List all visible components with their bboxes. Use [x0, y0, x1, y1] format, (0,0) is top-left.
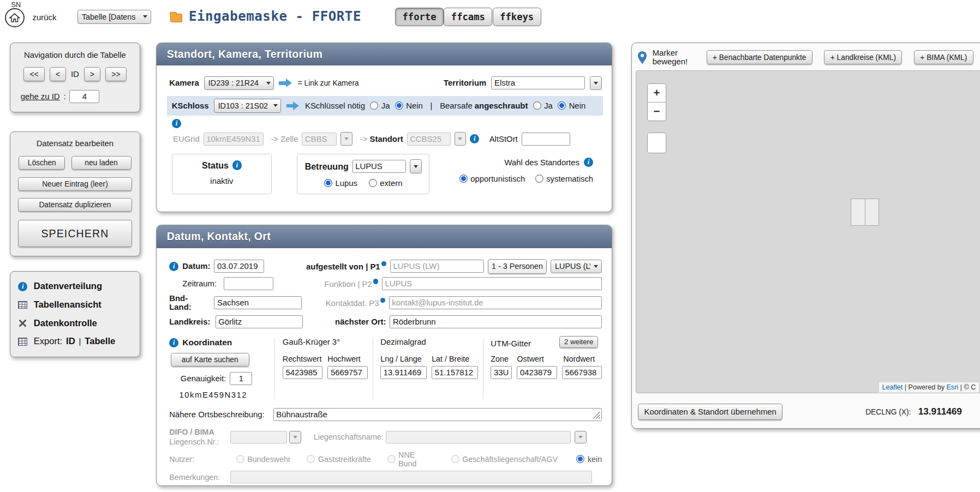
esri-link[interactable]: Esri [946, 383, 958, 391]
kschloss-select[interactable]: ID103 : 21S02 [214, 99, 282, 112]
zeitraum-input[interactable] [224, 277, 274, 290]
home-button[interactable] [5, 8, 25, 28]
weitere-button[interactable]: 2 weitere [559, 336, 598, 348]
nutzer-kein-radio[interactable]: kein [576, 455, 602, 464]
datenverteilung-link[interactable]: i Datenverteilung [18, 281, 132, 292]
territorium-dropdown-button[interactable] [590, 76, 602, 90]
benachbarte-datenpunkte-button[interactable]: + Benachbarte Datenpunkte [707, 50, 812, 64]
ort-input[interactable] [390, 315, 602, 328]
zone-input[interactable] [491, 366, 512, 379]
nav-next-button[interactable]: > [84, 67, 100, 81]
kschluessel-ja-radio[interactable]: Ja [370, 101, 390, 110]
info-icon[interactable]: i [169, 338, 178, 347]
betreuung-input[interactable] [352, 160, 407, 173]
goto-id-link[interactable]: gehe zu ID [21, 92, 60, 101]
zoom-out-button[interactable]: − [647, 103, 666, 121]
lat-input[interactable] [432, 366, 478, 379]
map-attribution: Leaflet | Powered by Esri | © C [879, 382, 979, 393]
info-dot-icon[interactable] [373, 279, 378, 284]
eingabemaske-page: SN zurück Tabelle [Datens Eingabemaske -… [0, 0, 980, 492]
kontakt-label: Kontaktdat. P3 [306, 298, 385, 308]
bearsafe-ja-radio[interactable]: Ja [533, 101, 553, 110]
separator-pipe: | [431, 101, 433, 110]
ffkeys-button[interactable]: ffkeys [493, 8, 541, 26]
territorium-input[interactable] [491, 76, 585, 89]
betreuung-lupus-radio[interactable]: Lupus [324, 179, 357, 188]
ffcams-button[interactable]: ffcams [444, 8, 492, 26]
bndland-label: Bnd-Land: [169, 294, 208, 311]
info-icon[interactable]: i [169, 262, 178, 271]
new-entry-button[interactable]: Neuer Eintrag (leer) [18, 177, 132, 191]
kamera-select[interactable]: ID239 : 21R24 [204, 76, 274, 90]
nav-box: Navigation durch die Tabelle << < ID > >… [10, 43, 140, 112]
landkreis-input[interactable] [216, 315, 303, 328]
hochwert-input[interactable] [327, 366, 367, 379]
goto-id-input[interactable] [69, 90, 99, 103]
genauigkeit-input[interactable] [230, 372, 252, 385]
koordinaten-uebernehmen-button[interactable]: Koordinaten & Standort übernehmen [638, 404, 782, 420]
info-icon[interactable]: i [584, 158, 593, 167]
kschloss-select-value: ID103 : 21S02 [218, 101, 268, 110]
resize-grip-icon[interactable] [593, 412, 600, 419]
ortsbeschreibung-input[interactable] [273, 408, 602, 421]
betreuung-box: Betreuung Lupus extern [297, 154, 430, 194]
info-dot-icon[interactable] [381, 261, 386, 266]
link-arrow-icon[interactable] [286, 101, 300, 110]
personen-button[interactable]: 1 - 3 Personen [488, 259, 547, 273]
info-icon[interactable]: i [172, 119, 181, 128]
nav-prev-button[interactable]: < [50, 67, 66, 81]
save-button[interactable]: SPEICHERN [18, 220, 132, 247]
duplicate-button[interactable]: Datensatz duplizieren [18, 198, 132, 212]
zeitraum-label: Zeitraum: [182, 279, 217, 288]
personen-select[interactable]: LUPUS (LW [551, 260, 602, 273]
betreuung-extern-radio[interactable]: extern [369, 179, 403, 188]
tabellenansicht-link[interactable]: Tabellenansicht [18, 299, 132, 310]
karte-suchen-button[interactable]: auf Karte suchen [171, 353, 249, 367]
chevron-down-icon [414, 165, 418, 168]
nav-first-button[interactable]: << [23, 67, 45, 81]
bearsafe-nein-radio[interactable]: Nein [558, 101, 585, 110]
export-id-link[interactable]: ID [66, 336, 75, 347]
wahl-systematisch-radio[interactable]: systematisch [535, 175, 594, 183]
nutzer-geschaeftsliegenschaft-label: Geschäftsliegenschaft/AGV [462, 455, 558, 464]
bemerkungen-input [230, 471, 591, 483]
wahl-opportunistisch-label: opportunistisch [470, 175, 525, 183]
altstort-input[interactable] [522, 133, 570, 146]
betreuung-dropdown-button[interactable] [410, 159, 422, 173]
funktion-input[interactable] [382, 277, 602, 290]
wahl-opportunistisch-radio[interactable]: opportunistisch [459, 175, 525, 183]
export-tabelle-link[interactable]: Tabelle [85, 336, 115, 347]
delete-button[interactable]: Löschen [19, 156, 65, 170]
koordinaten-section: i Koordinaten auf Karte suchen Genauigke… [169, 338, 602, 399]
datum-input[interactable] [214, 260, 264, 273]
leaflet-link[interactable]: Leaflet [882, 383, 903, 391]
bima-kml-button[interactable]: + BIMA (KML) [914, 50, 973, 64]
table-select[interactable]: Tabelle [Datens [77, 10, 151, 23]
datenkontrolle-link[interactable]: Datenkontrolle [18, 318, 132, 329]
info-icon[interactable]: i [232, 160, 242, 170]
back-link[interactable]: zurück [33, 13, 57, 22]
nutzer-gaststreitkraefte-radio: Gaststreitkräfte [307, 455, 371, 464]
aufgestellt-input[interactable] [390, 260, 484, 273]
bndland-input[interactable] [214, 296, 301, 309]
map-control-button[interactable] [647, 133, 666, 154]
landkreise-kml-button[interactable]: + Landkreise (KML) [824, 50, 902, 64]
nordwert-input[interactable] [562, 366, 602, 379]
link-arrow-icon[interactable] [279, 79, 292, 87]
home-icon [9, 13, 20, 22]
map-area[interactable]: + − Leaflet | Powered by Esri | © C [636, 70, 980, 393]
nav-box-title: Navigation durch die Tabelle [18, 51, 132, 59]
info-icon[interactable]: i [470, 134, 479, 143]
info-dot-icon[interactable] [380, 298, 385, 303]
ostwert-input[interactable] [517, 366, 557, 379]
lng-input[interactable] [380, 366, 427, 379]
kontakt-input[interactable] [389, 296, 602, 309]
fforte-button[interactable]: fforte [395, 8, 444, 26]
kamera-label: Kamera [169, 79, 199, 87]
liegenschaftsname-input [386, 431, 571, 443]
rechtswert-input[interactable] [283, 366, 322, 379]
reload-button[interactable]: neu laden [71, 156, 132, 170]
nav-last-button[interactable]: >> [105, 67, 127, 81]
zoom-in-button[interactable]: + [647, 83, 666, 102]
kschluessel-nein-radio[interactable]: Nein [395, 101, 423, 110]
